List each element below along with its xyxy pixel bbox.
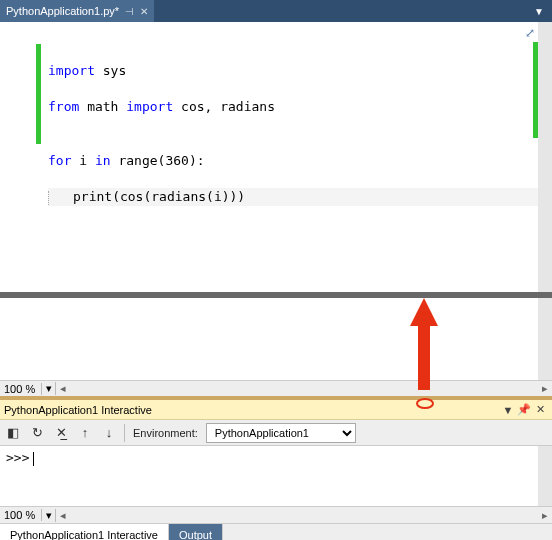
interactive-panel-title: PythonApplication1 Interactive: [4, 404, 500, 416]
zoom-bar-lower: 100 % ▾ ◂ ▸: [0, 506, 552, 524]
code-text: range(360):: [111, 153, 205, 168]
code-area[interactable]: import sys from math import cos, radians…: [0, 22, 538, 224]
code-text: math: [79, 99, 126, 114]
bottom-tab-interactive[interactable]: PythonApplication1 Interactive: [0, 524, 169, 540]
code-text: cos, radians: [173, 99, 275, 114]
scroll-left-icon[interactable]: ◂: [56, 382, 70, 395]
bottom-tab-interactive-label: PythonApplication1 Interactive: [10, 529, 158, 540]
scroll-right-icon[interactable]: ▸: [538, 382, 552, 395]
editor-tabbar: PythonApplication1.py* ⊣ ✕ ▼: [0, 0, 552, 22]
change-marker-gutter: [36, 44, 41, 144]
reset-icon[interactable]: ↻: [28, 423, 46, 443]
zoom-dropdown-icon[interactable]: ▾: [42, 382, 56, 395]
tab-dropdown-icon[interactable]: ▼: [526, 6, 552, 17]
close-icon[interactable]: ✕: [140, 6, 148, 17]
code-text: sys: [95, 63, 126, 78]
bottom-tab-output-label: Output: [179, 529, 212, 540]
expand-icon[interactable]: ⤢: [523, 26, 537, 40]
code-text: i: [71, 153, 94, 168]
history-up-icon[interactable]: ↑: [76, 423, 94, 443]
scroll-left-lower-icon[interactable]: ◂: [56, 509, 70, 522]
panel-close-icon[interactable]: ✕: [532, 403, 548, 416]
history-down-icon[interactable]: ↓: [100, 423, 118, 443]
bottom-tab-output[interactable]: Output: [169, 524, 223, 540]
panel-pin-icon[interactable]: 📌: [516, 403, 532, 416]
repl-caret: [33, 452, 34, 466]
clear-icon[interactable]: ✕̲: [52, 423, 70, 443]
toolbar-separator: [124, 424, 125, 442]
code-editor[interactable]: ⤢ import sys from math import cos, radia…: [0, 22, 552, 292]
file-tab[interactable]: PythonApplication1.py* ⊣ ✕: [0, 0, 154, 22]
kw-for: for: [48, 153, 71, 168]
bottom-tabstrip: PythonApplication1 Interactive Output: [0, 524, 552, 540]
zoom-level: 100 %: [0, 383, 42, 395]
zoom-dropdown-lower-icon[interactable]: ▾: [42, 509, 56, 522]
panel-menu-icon[interactable]: ▼: [500, 404, 516, 416]
zoom-bar: 100 % ▾ ◂ ▸: [0, 380, 552, 398]
change-marker-right: [533, 42, 538, 138]
kw-in: in: [95, 153, 111, 168]
environment-select[interactable]: PythonApplication1: [206, 423, 356, 443]
kw-import: import: [126, 99, 173, 114]
editor-lower-pane: [0, 298, 552, 380]
indent-guide: [48, 191, 49, 205]
environment-label: Environment:: [131, 427, 200, 439]
pin-icon[interactable]: ⊣: [125, 6, 134, 17]
new-icon[interactable]: ◧: [4, 423, 22, 443]
interactive-repl[interactable]: >>>: [0, 446, 552, 506]
interactive-toolbar: ◧ ↻ ✕̲ ↑ ↓ Environment: PythonApplicatio…: [0, 420, 552, 446]
kw-import: import: [48, 63, 95, 78]
code-text: print(cos(radians(i))): [73, 189, 245, 204]
zoom-level-lower: 100 %: [0, 509, 42, 521]
interactive-panel-header: PythonApplication1 Interactive ▼ 📌 ✕: [0, 398, 552, 420]
repl-prompt: >>>: [6, 450, 29, 465]
scroll-right-lower-icon[interactable]: ▸: [538, 509, 552, 522]
file-tab-label: PythonApplication1.py*: [6, 5, 119, 17]
kw-from: from: [48, 99, 79, 114]
